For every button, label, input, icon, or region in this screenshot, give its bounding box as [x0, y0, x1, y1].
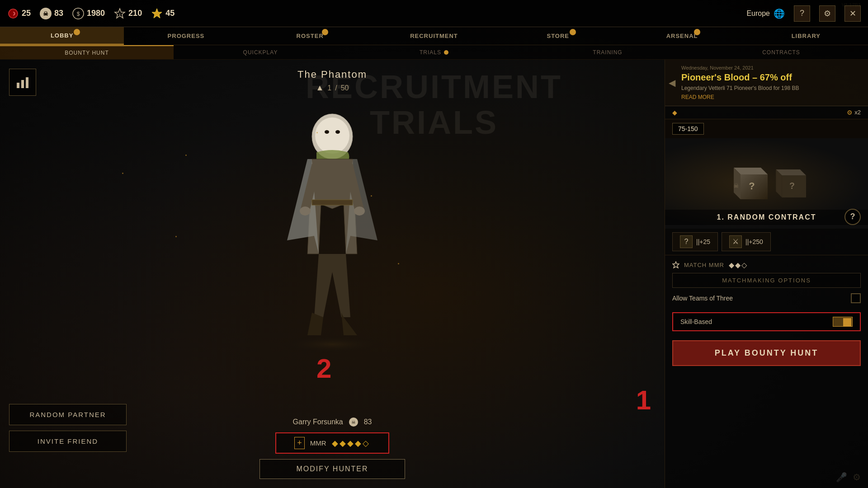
- svg-text:+: +: [118, 12, 121, 17]
- sub-nav-contracts[interactable]: CONTRACTS: [694, 45, 868, 59]
- particle: [398, 263, 399, 264]
- right-panel: ◀ Wednesday, November 24, 2021 Pioneer's…: [665, 60, 868, 488]
- nav-dots-row: ◆ ⚙ x2: [665, 106, 868, 119]
- rewards-row: ? ||+25 ⚔ ||+250: [665, 229, 868, 255]
- mmr-stars: ◆◆◆◆◇: [332, 438, 370, 448]
- svg-point-12: [278, 335, 387, 353]
- lobby-badge: [74, 29, 80, 35]
- player-name: Garry Forsunka: [293, 418, 343, 426]
- promo-description: Legendary Vetterli 71 Pioneer's Blood fo…: [681, 84, 861, 92]
- help-button[interactable]: ?: [794, 5, 810, 22]
- topbar: ☽ 25 ☠ 83 $ 1980 +: [0, 0, 868, 27]
- nav-item-recruitment[interactable]: RECRUITMENT: [372, 27, 496, 45]
- sub-nav-quickplay[interactable]: QUICKPLAY: [174, 45, 347, 59]
- svg-rect-19: [312, 200, 353, 205]
- skull-icon: ☠: [349, 417, 359, 427]
- nav-store-label: STORE: [547, 33, 569, 39]
- dice-left: ? ☠: [727, 163, 768, 204]
- nav-progress-label: PROGRESS: [168, 33, 205, 39]
- nav-item-store[interactable]: STORE: [496, 27, 620, 45]
- reward-icon-1: ?: [680, 235, 693, 248]
- store-badge: [570, 29, 576, 35]
- reward-value-1: ||+25: [696, 238, 710, 245]
- nav-recruitment-label: RECRUITMENT: [410, 33, 458, 39]
- nav-item-lobby[interactable]: LOBBY: [0, 27, 124, 45]
- modify-hunter-button[interactable]: MODIFY HUNTER: [259, 459, 405, 479]
- reward-value-2: ||+250: [745, 238, 763, 245]
- skill-based-row: Skill-Based: [672, 312, 861, 331]
- toggle-knob: [843, 318, 851, 326]
- blood-bonds-icon: ☠: [40, 8, 52, 19]
- trials-badge: [444, 50, 448, 55]
- svg-text:$: $: [77, 11, 80, 17]
- allow-teams-label: Allow Teams of Three: [672, 295, 733, 302]
- promo-prev-button[interactable]: ◀: [669, 77, 675, 88]
- particle: [175, 236, 177, 237]
- main-navigation: LOBBY PROGRESS ROSTER RECRUITMENT STORE …: [0, 27, 868, 45]
- matchmaking-options-button[interactable]: MATCHMAKING OPTIONS: [672, 273, 861, 288]
- mmr-label: MMR: [310, 439, 326, 447]
- dice-right: ?: [770, 165, 806, 202]
- skill-based-toggle[interactable]: [833, 317, 853, 327]
- nav-item-library[interactable]: LIBRARY: [744, 27, 868, 45]
- sub-nav-training[interactable]: TRAINING: [521, 45, 694, 59]
- sub-nav-bounty-label: BOUNTY HUNT: [65, 50, 108, 56]
- bounty-tokens-value: 210: [128, 9, 142, 18]
- settings-button[interactable]: ⚙: [819, 5, 835, 22]
- hunt-dollars-stat: $ 1980: [72, 8, 105, 19]
- level-value: 25: [22, 9, 31, 18]
- mmr-box[interactable]: + MMR ◆◆◆◆◇: [275, 432, 389, 454]
- contract-card[interactable]: 75-150: [665, 119, 868, 229]
- play-bounty-hunt-button[interactable]: PLAY BOUNTY HUNT: [672, 340, 861, 366]
- blood-bonds-value: 83: [54, 9, 63, 18]
- nav-item-roster[interactable]: ROSTER: [248, 27, 372, 45]
- svg-point-17: [300, 206, 311, 216]
- sub-nav-training-label: TRAINING: [593, 49, 622, 56]
- nav-diamond-icon: ◆: [672, 109, 677, 116]
- crosshair-icon: [672, 261, 679, 268]
- dice-container: ? ☠ ?: [727, 163, 806, 204]
- event-points-value: 45: [165, 9, 175, 18]
- contract-mmr-badge: 75-150: [672, 123, 704, 135]
- svg-text:?: ?: [789, 180, 795, 190]
- arsenal-badge: [694, 29, 700, 35]
- particle: [122, 173, 123, 174]
- svg-marker-26: [673, 262, 679, 268]
- bounty-tokens-stat: + 210: [114, 8, 142, 19]
- booster-value: x2: [854, 109, 861, 116]
- level-stat: ☽ 25: [7, 8, 31, 19]
- nav-lobby-label: LOBBY: [51, 32, 74, 39]
- mmr-plus-icon: +: [294, 437, 305, 449]
- svg-text:☠: ☠: [351, 419, 356, 425]
- match-mmr-row: MATCH MMR ◆◆◇: [672, 261, 861, 269]
- sub-nav-bounty-hunt[interactable]: BOUNTY HUNT: [0, 45, 174, 59]
- sub-navigation: BOUNTY HUNT QUICKPLAY TRIALS TRAINING CO…: [0, 45, 868, 60]
- allow-teams-checkbox[interactable]: [851, 293, 861, 303]
- skill-based-label: Skill-Based: [680, 318, 712, 325]
- close-button[interactable]: ✕: [844, 5, 861, 22]
- recruitment-title-line1: RECRUITMENT: [306, 69, 562, 105]
- blood-bonds-stat: ☠ 83: [40, 8, 63, 19]
- contract-question-icon: ?: [844, 209, 861, 225]
- svg-text:?: ?: [749, 180, 755, 192]
- reward-icon-2: ⚔: [729, 235, 742, 248]
- promo-read-more[interactable]: READ MORE: [681, 94, 861, 100]
- player-info-row: Garry Forsunka ☠ 83: [293, 417, 372, 427]
- particle: [185, 155, 187, 156]
- matchmaking-section: MATCH MMR ◆◆◇ MATCHMAKING OPTIONS Allow …: [665, 255, 868, 312]
- allow-teams-row: Allow Teams of Three: [672, 293, 861, 303]
- match-mmr-label: MATCH MMR: [684, 262, 724, 268]
- nav-roster-label: ROSTER: [297, 33, 324, 39]
- contract-title: 1. RANDOM CONTRACT: [665, 210, 868, 225]
- level-icon: ☽: [7, 8, 19, 19]
- region-selector[interactable]: Europe 🌐: [746, 8, 785, 19]
- hunt-dollars-value: 1980: [87, 9, 105, 18]
- nav-item-arsenal[interactable]: ARSENAL: [620, 27, 744, 45]
- sub-nav-trials[interactable]: TRIALS: [347, 45, 521, 59]
- nav-item-progress[interactable]: PROGRESS: [124, 27, 248, 45]
- booster-count: ⚙ x2: [847, 109, 861, 116]
- svg-marker-8: [152, 9, 162, 18]
- sub-nav-quickplay-label: QUICKPLAY: [243, 49, 278, 56]
- svg-text:☠: ☠: [733, 182, 739, 189]
- topbar-right: Europe 🌐 ? ⚙ ✕: [746, 5, 861, 22]
